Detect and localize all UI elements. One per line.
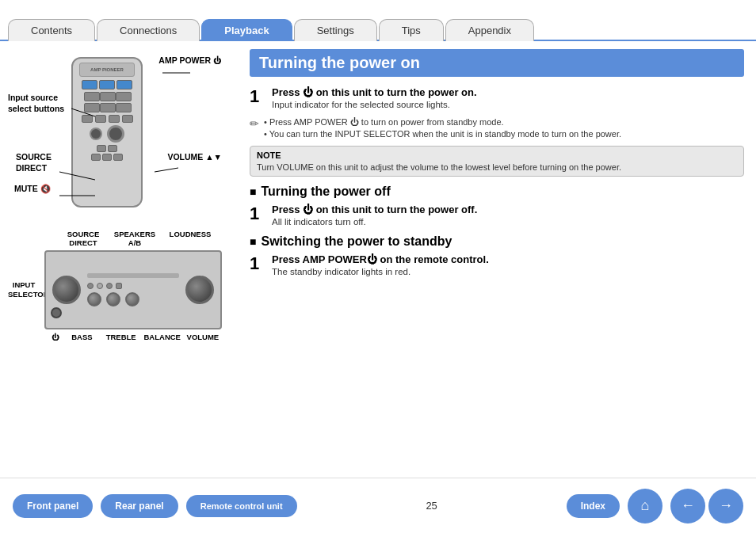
front-panel-button[interactable]: Front panel	[13, 494, 93, 518]
index-button[interactable]: Index	[567, 494, 620, 518]
step-text-off: All lit indicators turn off.	[272, 217, 744, 227]
tab-settings[interactable]: Settings	[294, 19, 377, 41]
step-content-off: Press ⏻ on this unit to turn the power o…	[272, 204, 744, 227]
pencil-icon: ✏	[250, 117, 259, 141]
fp-label-source-direct: SOURCEDIRECT	[59, 230, 107, 248]
remote-dial-area	[90, 125, 124, 143]
remote-btn	[97, 145, 106, 152]
page-number: 25	[310, 500, 554, 512]
volume-knob	[185, 276, 214, 304]
bass-knob	[87, 292, 101, 306]
fp-top-labels: SOURCEDIRECT SPEAKERSA/B LOUDNESS	[8, 230, 222, 248]
note-label: NOTE	[257, 150, 737, 160]
remote-diagram: AMP PIONEER	[8, 49, 222, 223]
front-panel-diagram: SOURCEDIRECT SPEAKERSA/B LOUDNESS INPUTS…	[8, 230, 222, 341]
mute-label: MUTE 🔇	[14, 184, 51, 194]
panel-body	[44, 250, 222, 329]
remote-btn	[116, 80, 132, 89]
remote-btn	[99, 80, 115, 89]
remote-btn	[95, 115, 106, 123]
fp-label-bass: BASS	[63, 333, 101, 341]
step-content-1: Press ⏻ on this unit to turn the power o…	[272, 86, 744, 109]
remote-btn	[109, 115, 120, 123]
step-power-off: 1 Press ⏻ on this unit to turn the power…	[250, 204, 744, 227]
note-text: Turn VOLUME on this unit to adjust the v…	[257, 162, 737, 172]
main-content: AMP PIONEER	[0, 41, 756, 478]
remote-btn	[82, 80, 97, 89]
amp-power-label: AMP POWER ⏻	[158, 55, 222, 65]
remote-btn	[84, 103, 100, 112]
remote-screen: AMP PIONEER	[79, 63, 135, 77]
remote-btn	[100, 103, 116, 112]
panel-dot	[97, 283, 103, 289]
section-title: Turning the power on	[250, 49, 744, 77]
note-box: NOTE Turn VOLUME on this unit to adjust …	[250, 146, 744, 177]
remote-btn	[82, 115, 93, 123]
remote-top-buttons	[82, 80, 132, 89]
power-off-title: Turning the power off	[250, 185, 744, 199]
fp-label-loudness: LOUDNESS	[162, 230, 218, 248]
arrow-buttons: ← →	[670, 489, 743, 523]
remote-btn	[102, 154, 112, 161]
step-content-standby: Press AMP POWER⏻ on the remote control. …	[272, 253, 744, 276]
remote-control-button[interactable]: Remote control unit	[186, 495, 297, 517]
fp-label-speakers: SPEAKERSA/B	[107, 230, 162, 248]
input-selector-knob	[52, 276, 81, 304]
pencil-notes: ✏ • Press AMP POWER ⏻ to turn on power f…	[250, 117, 744, 141]
fp-body-row: INPUTSELECTOR	[8, 250, 222, 329]
step-number-1: 1	[250, 88, 259, 105]
panel-dot	[87, 283, 94, 289]
right-panel: Turning the power on 1 Press ⏻ on this u…	[246, 49, 748, 470]
back-button[interactable]: ←	[670, 489, 705, 523]
pencil-note-2: • You can turn the INPUT SELECTOR when t…	[264, 129, 621, 139]
remote-btn	[122, 115, 133, 123]
panel-strip	[87, 273, 179, 278]
remote-mid-buttons	[82, 115, 133, 123]
pencil-note-1: • Press AMP POWER ⏻ to turn on power fro…	[264, 117, 621, 127]
panel-small-knobs	[87, 292, 179, 306]
tab-appendix[interactable]: Appendix	[445, 19, 534, 41]
left-panel: AMP PIONEER	[8, 49, 238, 470]
tab-tips[interactable]: Tips	[379, 19, 444, 41]
pencil-items: • Press AMP POWER ⏻ to turn on power fro…	[264, 117, 621, 141]
forward-button[interactable]: →	[708, 489, 743, 523]
fp-label-treble: TREBLE	[101, 333, 141, 341]
step-number-off: 1	[250, 205, 259, 223]
step-standby: 1 Press AMP POWER⏻ on the remote control…	[250, 253, 744, 276]
remote-btn	[116, 92, 132, 101]
step-power-on: 1 Press ⏻ on this unit to turn the power…	[250, 86, 744, 109]
top-nav: Contents Connections Playback Settings T…	[0, 0, 756, 41]
rear-panel-button[interactable]: Rear panel	[101, 494, 178, 518]
remote-btn	[113, 154, 123, 161]
remote-btn	[108, 145, 117, 152]
step-text-standby: The standby indicator lights in red.	[272, 267, 744, 276]
source-direct-label: SOURCEDIRECT	[16, 152, 52, 173]
treble-knob	[106, 292, 120, 306]
fp-label-volume: VOLUME	[184, 333, 222, 341]
step-bold-off: Press ⏻ on this unit to turn the power o…	[272, 204, 744, 215]
panel-center	[87, 273, 179, 306]
panel-dot	[106, 283, 113, 289]
power-button	[51, 307, 62, 318]
input-source-label: Input sourceselect buttons	[8, 93, 64, 114]
remote-bottom-buttons	[91, 145, 123, 161]
tab-connections[interactable]: Connections	[97, 19, 200, 41]
remote-btn	[91, 154, 101, 161]
fp-label-balance: BALANCE	[141, 333, 184, 341]
volume-label: VOLUME ▲▼	[167, 152, 222, 162]
fp-label-input-selector: INPUTSELECTOR	[8, 280, 40, 299]
remote-btn	[116, 103, 132, 112]
standby-title: Switching the power to standby	[250, 234, 744, 249]
svg-line-4	[155, 168, 178, 172]
home-button[interactable]: ⌂	[628, 489, 662, 523]
balance-knob	[125, 292, 139, 306]
remote-btn	[100, 92, 116, 101]
panel-indicators	[87, 283, 179, 289]
remote-dial-main	[107, 125, 124, 143]
fp-bottom-labels: ⏻ BASS TREBLE BALANCE VOLUME	[8, 333, 222, 341]
remote-btn	[84, 92, 100, 101]
tab-playback[interactable]: Playback	[201, 19, 292, 41]
step-number-standby: 1	[250, 255, 259, 272]
bottom-nav: Front panel Rear panel Remote control un…	[0, 478, 756, 533]
tab-contents[interactable]: Contents	[8, 19, 95, 41]
